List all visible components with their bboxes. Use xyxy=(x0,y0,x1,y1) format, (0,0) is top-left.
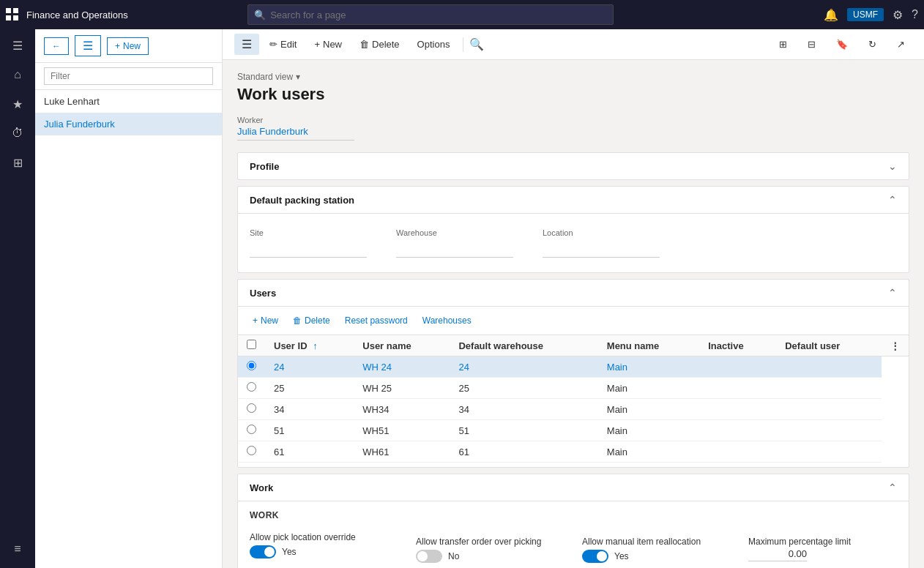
col-options[interactable]: ⋮ xyxy=(882,335,909,356)
edit-button[interactable]: ✏ Edit xyxy=(262,35,304,53)
allow-transfer-toggle[interactable] xyxy=(416,550,442,563)
delete-button[interactable]: 🗑 Delete xyxy=(352,35,407,53)
reset-password-button[interactable]: Reset password xyxy=(339,313,414,329)
cell-user-name: WH 25 xyxy=(354,378,450,399)
site-value[interactable] xyxy=(250,240,367,258)
row-checkbox-cell[interactable] xyxy=(238,420,265,441)
worker-label: Worker xyxy=(237,116,909,124)
list-mode-icon: ☰ xyxy=(242,37,252,51)
modules-icon[interactable]: ≡ xyxy=(3,536,32,562)
users-new-button[interactable]: + New xyxy=(247,313,284,329)
row-radio[interactable] xyxy=(247,382,256,392)
work-collapse-icon[interactable]: ⌃ xyxy=(888,482,897,493)
worker-value[interactable]: Julia Funderburk xyxy=(237,126,354,141)
col-default-warehouse[interactable]: Default warehouse xyxy=(450,335,597,356)
work-section-header[interactable]: Work ⌃ xyxy=(238,474,909,501)
row-radio[interactable] xyxy=(247,403,256,413)
bookmark-btn[interactable]: 🔖 xyxy=(829,35,855,53)
filter-icon-btn[interactable]: ⊞ xyxy=(772,35,794,53)
profile-section-title: Profile xyxy=(250,161,279,172)
open-in-new-btn[interactable]: ↗ xyxy=(890,35,912,53)
list-item-luke[interactable]: Luke Lenhart xyxy=(35,90,222,113)
users-table: User ID ↑ User name Default warehouse xyxy=(238,335,909,467)
favorites-icon[interactable]: ★ xyxy=(3,91,32,117)
row-checkbox-cell[interactable] xyxy=(238,441,265,463)
settings-icon[interactable]: ⚙ xyxy=(893,8,903,22)
cell-inactive xyxy=(699,378,776,399)
cell-user-name: WH51 xyxy=(354,420,450,441)
users-table-scroll[interactable]: User ID ↑ User name Default warehouse xyxy=(238,335,909,467)
new-button[interactable]: + New xyxy=(307,35,349,53)
cell-menu-name: Main xyxy=(598,356,699,378)
filter-input[interactable] xyxy=(44,67,213,85)
cell-menu-name: Main xyxy=(598,399,699,420)
select-all-checkbox[interactable] xyxy=(247,340,256,349)
table-row[interactable]: 25 WH 25 25 Main xyxy=(238,378,909,399)
profile-section-header[interactable]: Profile ⌄ xyxy=(238,153,909,179)
allow-manual-toggle-row: Yes xyxy=(582,550,731,563)
list-mode-button[interactable]: ☰ xyxy=(234,34,259,55)
users-delete-icon: 🗑 xyxy=(293,315,302,326)
content-area: ☰ ✏ Edit + New 🗑 Delete Options 🔍 ⊞ ⊟ xyxy=(223,29,924,568)
table-row[interactable]: 34 WH34 34 Main xyxy=(238,399,909,420)
table-row[interactable]: 61 WH61 61 Main xyxy=(238,441,909,463)
view-selector[interactable]: Standard view ▾ xyxy=(237,72,909,82)
row-checkbox-cell[interactable] xyxy=(238,356,265,378)
column-chooser-btn[interactable]: ⊟ xyxy=(800,35,823,53)
row-checkbox-cell[interactable] xyxy=(238,399,265,420)
row-radio[interactable] xyxy=(247,446,256,455)
profile-collapse-icon[interactable]: ⌄ xyxy=(888,160,897,172)
cell-user-name: WH34 xyxy=(354,399,450,420)
allow-manual-toggle[interactable] xyxy=(582,550,608,563)
row-checkbox-cell[interactable] xyxy=(238,378,265,399)
hamburger-menu-icon[interactable]: ☰ xyxy=(3,32,32,59)
packing-section-body: Site Warehouse Location xyxy=(238,214,909,272)
col-user-name[interactable]: User name xyxy=(354,335,450,356)
users-section-header[interactable]: Users ⌃ xyxy=(238,280,909,307)
home-icon[interactable]: ⌂ xyxy=(3,61,32,88)
bell-icon[interactable]: 🔔 xyxy=(824,8,838,22)
back-button[interactable]: ← xyxy=(44,37,69,55)
edit-icon: ✏ xyxy=(269,39,277,50)
user-badge[interactable]: USMF xyxy=(847,8,884,21)
table-row[interactable]: 24 WH 24 24 Main xyxy=(238,356,909,378)
location-label: Location xyxy=(543,228,660,237)
help-icon[interactable]: ? xyxy=(912,8,918,21)
warehouse-value[interactable] xyxy=(396,240,513,258)
col-menu-name[interactable]: Menu name xyxy=(598,335,699,356)
max-pct-value[interactable]: 0.00 xyxy=(748,548,807,561)
search-input[interactable] xyxy=(270,10,607,20)
col-inactive[interactable]: Inactive xyxy=(699,335,776,356)
search-toolbar-icon[interactable]: 🔍 xyxy=(469,37,484,51)
app-grid-icon[interactable] xyxy=(6,8,19,21)
cell-inactive xyxy=(699,463,776,468)
col-user-id[interactable]: User ID ↑ xyxy=(265,335,354,356)
recent-icon[interactable]: ⏱ xyxy=(3,120,32,146)
row-radio[interactable] xyxy=(247,425,256,434)
col-default-user[interactable]: Default user xyxy=(776,335,882,356)
table-row[interactable]: 62 WH62 62 Main xyxy=(238,463,909,468)
row-checkbox-cell[interactable] xyxy=(238,463,265,468)
location-value[interactable] xyxy=(543,240,660,258)
work-group-col4: Maximum percentage limit 0.00 Maximum qu… xyxy=(748,510,897,568)
list-view-button[interactable]: ☰ xyxy=(75,35,101,56)
packing-section-header[interactable]: Default packing station ⌃ xyxy=(238,187,909,214)
warehouses-button[interactable]: Warehouses xyxy=(417,313,477,329)
search-bar[interactable]: 🔍 xyxy=(247,4,614,25)
app-title: Finance and Operations xyxy=(26,10,128,20)
new-record-button[interactable]: + New xyxy=(107,37,149,55)
allow-pick-toggle-row: Yes xyxy=(250,545,398,558)
users-delete-button[interactable]: 🗑 Delete xyxy=(287,313,336,329)
row-radio[interactable] xyxy=(247,361,256,370)
cell-inactive xyxy=(699,420,776,441)
table-row[interactable]: 51 WH51 51 Main xyxy=(238,420,909,441)
cell-user-id: 51 xyxy=(265,420,354,441)
workspaces-icon[interactable]: ⊞ xyxy=(3,149,32,176)
users-collapse-icon[interactable]: ⌃ xyxy=(888,287,897,299)
packing-collapse-icon[interactable]: ⌃ xyxy=(888,194,897,206)
col-select-all[interactable] xyxy=(238,335,265,356)
allow-pick-toggle[interactable] xyxy=(250,545,276,558)
refresh-btn[interactable]: ↻ xyxy=(861,35,884,53)
options-button[interactable]: Options xyxy=(410,35,458,53)
list-item-julia[interactable]: Julia Funderburk xyxy=(35,113,222,135)
